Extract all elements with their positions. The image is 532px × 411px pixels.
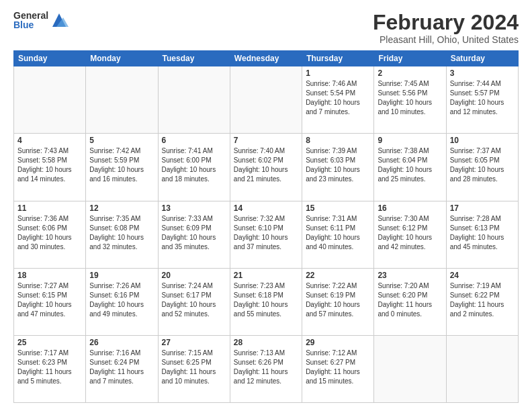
day-info: Sunrise: 7:46 AM Sunset: 5:54 PM Dayligh… bbox=[306, 79, 370, 117]
day-info: Sunrise: 7:16 AM Sunset: 6:24 PM Dayligh… bbox=[89, 349, 154, 386]
calendar-cell: 3Sunrise: 7:44 AM Sunset: 5:57 PM Daylig… bbox=[446, 66, 518, 134]
day-number: 14 bbox=[234, 203, 298, 213]
day-number: 27 bbox=[162, 338, 226, 347]
calendar-cell: 15Sunrise: 7:31 AM Sunset: 6:11 PM Dayli… bbox=[302, 201, 374, 268]
day-info: Sunrise: 7:35 AM Sunset: 6:08 PM Dayligh… bbox=[89, 214, 154, 252]
title-block: February 2024 Pleasant Hill, Ohio, Unite… bbox=[373, 11, 519, 45]
day-info: Sunrise: 7:39 AM Sunset: 6:03 PM Dayligh… bbox=[306, 146, 370, 184]
calendar-cell: 13Sunrise: 7:33 AM Sunset: 6:09 PM Dayli… bbox=[158, 201, 230, 268]
calendar-cell: 28Sunrise: 7:13 AM Sunset: 6:26 PM Dayli… bbox=[230, 335, 302, 402]
day-info: Sunrise: 7:42 AM Sunset: 5:59 PM Dayligh… bbox=[89, 146, 154, 184]
calendar-cell: 17Sunrise: 7:28 AM Sunset: 6:13 PM Dayli… bbox=[446, 201, 518, 268]
calendar-cell bbox=[446, 335, 518, 402]
day-info: Sunrise: 7:45 AM Sunset: 5:56 PM Dayligh… bbox=[378, 79, 442, 117]
calendar-cell: 4Sunrise: 7:43 AM Sunset: 5:58 PM Daylig… bbox=[14, 134, 86, 201]
day-number: 24 bbox=[450, 271, 515, 280]
day-number: 18 bbox=[17, 271, 82, 280]
day-number: 7 bbox=[234, 136, 298, 145]
day-info: Sunrise: 7:27 AM Sunset: 6:15 PM Dayligh… bbox=[17, 281, 82, 319]
day-info: Sunrise: 7:41 AM Sunset: 6:00 PM Dayligh… bbox=[162, 146, 226, 184]
day-number: 13 bbox=[162, 203, 226, 213]
logo-icon bbox=[50, 11, 69, 30]
day-number: 29 bbox=[306, 338, 370, 347]
day-info: Sunrise: 7:28 AM Sunset: 6:13 PM Dayligh… bbox=[450, 214, 515, 252]
calendar-cell: 16Sunrise: 7:30 AM Sunset: 6:12 PM Dayli… bbox=[374, 201, 446, 268]
calendar-cell bbox=[14, 66, 86, 134]
day-info: Sunrise: 7:40 AM Sunset: 6:02 PM Dayligh… bbox=[234, 146, 298, 184]
day-info: Sunrise: 7:13 AM Sunset: 6:26 PM Dayligh… bbox=[234, 349, 298, 386]
calendar-cell: 7Sunrise: 7:40 AM Sunset: 6:02 PM Daylig… bbox=[230, 134, 302, 201]
calendar-week-row: 1Sunrise: 7:46 AM Sunset: 5:54 PM Daylig… bbox=[14, 66, 519, 134]
day-info: Sunrise: 7:23 AM Sunset: 6:18 PM Dayligh… bbox=[234, 281, 298, 319]
day-info: Sunrise: 7:17 AM Sunset: 6:23 PM Dayligh… bbox=[17, 349, 82, 386]
day-info: Sunrise: 7:26 AM Sunset: 6:16 PM Dayligh… bbox=[89, 281, 154, 319]
calendar-cell: 29Sunrise: 7:12 AM Sunset: 6:27 PM Dayli… bbox=[302, 335, 374, 402]
day-number: 10 bbox=[450, 136, 515, 145]
calendar-cell: 10Sunrise: 7:37 AM Sunset: 6:05 PM Dayli… bbox=[446, 134, 518, 201]
calendar-cell: 12Sunrise: 7:35 AM Sunset: 6:08 PM Dayli… bbox=[86, 201, 158, 268]
calendar-cell: 19Sunrise: 7:26 AM Sunset: 6:16 PM Dayli… bbox=[86, 268, 158, 335]
day-number: 11 bbox=[17, 203, 82, 213]
day-number: 19 bbox=[89, 271, 154, 280]
calendar-header-row: Sunday Monday Tuesday Wednesday Thursday… bbox=[14, 51, 519, 66]
calendar-cell: 22Sunrise: 7:22 AM Sunset: 6:19 PM Dayli… bbox=[302, 268, 374, 335]
calendar-week-row: 18Sunrise: 7:27 AM Sunset: 6:15 PM Dayli… bbox=[14, 268, 519, 335]
day-number: 21 bbox=[234, 271, 298, 280]
day-info: Sunrise: 7:15 AM Sunset: 6:25 PM Dayligh… bbox=[162, 349, 226, 386]
day-number: 5 bbox=[89, 136, 154, 145]
logo-general-text: General bbox=[13, 11, 48, 20]
logo: General Blue bbox=[13, 11, 69, 30]
calendar-cell: 1Sunrise: 7:46 AM Sunset: 5:54 PM Daylig… bbox=[302, 66, 374, 134]
calendar-cell bbox=[374, 335, 446, 402]
calendar-cell: 9Sunrise: 7:38 AM Sunset: 6:04 PM Daylig… bbox=[374, 134, 446, 201]
calendar-cell: 2Sunrise: 7:45 AM Sunset: 5:56 PM Daylig… bbox=[374, 66, 446, 134]
calendar-cell: 23Sunrise: 7:20 AM Sunset: 6:20 PM Dayli… bbox=[374, 268, 446, 335]
day-info: Sunrise: 7:33 AM Sunset: 6:09 PM Dayligh… bbox=[162, 214, 226, 252]
calendar-week-row: 4Sunrise: 7:43 AM Sunset: 5:58 PM Daylig… bbox=[14, 134, 519, 201]
calendar-cell: 27Sunrise: 7:15 AM Sunset: 6:25 PM Dayli… bbox=[158, 335, 230, 402]
day-info: Sunrise: 7:37 AM Sunset: 6:05 PM Dayligh… bbox=[450, 146, 515, 184]
day-number: 20 bbox=[162, 271, 226, 280]
day-info: Sunrise: 7:43 AM Sunset: 5:58 PM Dayligh… bbox=[17, 146, 82, 184]
calendar-cell: 8Sunrise: 7:39 AM Sunset: 6:03 PM Daylig… bbox=[302, 134, 374, 201]
calendar-cell: 6Sunrise: 7:41 AM Sunset: 6:00 PM Daylig… bbox=[158, 134, 230, 201]
col-sunday: Sunday bbox=[14, 51, 86, 66]
day-number: 4 bbox=[17, 136, 82, 145]
day-info: Sunrise: 7:44 AM Sunset: 5:57 PM Dayligh… bbox=[450, 79, 515, 117]
main-title: February 2024 bbox=[373, 11, 519, 34]
calendar-cell bbox=[158, 66, 230, 134]
calendar-table: Sunday Monday Tuesday Wednesday Thursday… bbox=[13, 50, 519, 403]
day-number: 28 bbox=[234, 338, 298, 347]
calendar-cell: 21Sunrise: 7:23 AM Sunset: 6:18 PM Dayli… bbox=[230, 268, 302, 335]
calendar-cell: 24Sunrise: 7:19 AM Sunset: 6:22 PM Dayli… bbox=[446, 268, 518, 335]
day-number: 15 bbox=[306, 203, 370, 213]
day-number: 12 bbox=[89, 203, 154, 213]
calendar-cell: 14Sunrise: 7:32 AM Sunset: 6:10 PM Dayli… bbox=[230, 201, 302, 268]
day-info: Sunrise: 7:30 AM Sunset: 6:12 PM Dayligh… bbox=[378, 214, 442, 252]
calendar-week-row: 25Sunrise: 7:17 AM Sunset: 6:23 PM Dayli… bbox=[14, 335, 519, 402]
day-number: 6 bbox=[162, 136, 226, 145]
day-number: 2 bbox=[378, 68, 442, 78]
logo-blue-text: Blue bbox=[13, 20, 48, 30]
day-number: 23 bbox=[378, 271, 442, 280]
calendar-cell bbox=[86, 66, 158, 134]
day-info: Sunrise: 7:22 AM Sunset: 6:19 PM Dayligh… bbox=[306, 281, 370, 319]
calendar-week-row: 11Sunrise: 7:36 AM Sunset: 6:06 PM Dayli… bbox=[14, 201, 519, 268]
day-number: 8 bbox=[306, 136, 370, 145]
day-number: 17 bbox=[450, 203, 515, 213]
day-info: Sunrise: 7:31 AM Sunset: 6:11 PM Dayligh… bbox=[306, 214, 370, 252]
page: General Blue February 2024 Pleasant Hill… bbox=[0, 0, 532, 411]
calendar-cell: 18Sunrise: 7:27 AM Sunset: 6:15 PM Dayli… bbox=[14, 268, 86, 335]
day-info: Sunrise: 7:12 AM Sunset: 6:27 PM Dayligh… bbox=[306, 349, 370, 386]
col-monday: Monday bbox=[86, 51, 158, 66]
day-number: 3 bbox=[450, 68, 515, 78]
header: General Blue February 2024 Pleasant Hill… bbox=[13, 11, 519, 45]
col-saturday: Saturday bbox=[446, 51, 518, 66]
col-friday: Friday bbox=[374, 51, 446, 66]
day-number: 16 bbox=[378, 203, 442, 213]
day-number: 25 bbox=[17, 338, 82, 347]
calendar-cell: 20Sunrise: 7:24 AM Sunset: 6:17 PM Dayli… bbox=[158, 268, 230, 335]
calendar-cell: 26Sunrise: 7:16 AM Sunset: 6:24 PM Dayli… bbox=[86, 335, 158, 402]
day-info: Sunrise: 7:32 AM Sunset: 6:10 PM Dayligh… bbox=[234, 214, 298, 252]
calendar-cell: 25Sunrise: 7:17 AM Sunset: 6:23 PM Dayli… bbox=[14, 335, 86, 402]
